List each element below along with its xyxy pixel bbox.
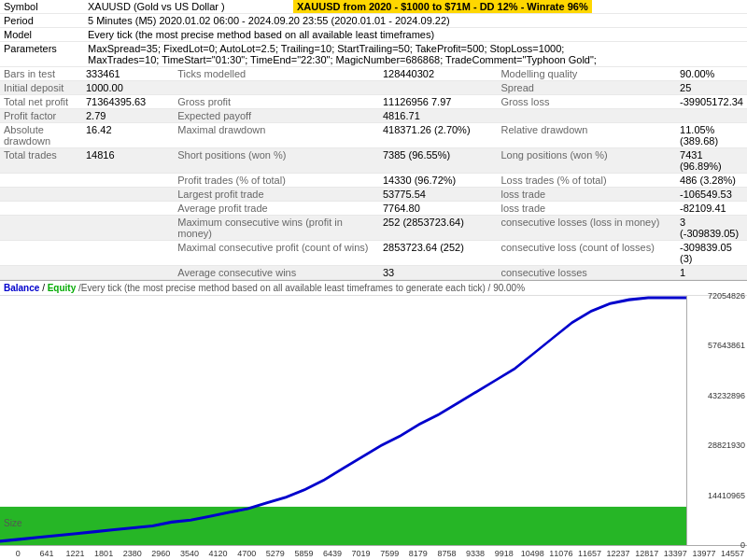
x-axis-label: 8179 xyxy=(404,549,433,558)
stat-value-2: 252 (2853723.64) xyxy=(379,216,497,241)
params-value2: MaxTrades=10; TimeStart="01:30"; TimeEnd… xyxy=(88,54,743,65)
stat-label-3: loss trade xyxy=(497,188,676,202)
stat-label-2: Maximal drawdown xyxy=(174,123,379,148)
x-axis-label: 9338 xyxy=(461,549,490,558)
stat-value-3: 90.00% xyxy=(676,67,747,81)
x-axis-label: 6439 xyxy=(318,549,347,558)
stat-value-2: 418371.26 (2.70%) xyxy=(379,123,497,148)
legend-equity: Equity xyxy=(48,283,77,293)
stats-row: Maximal consecutive profit (count of win… xyxy=(0,241,747,266)
stats-row: Largest profit trade53775.54loss trade-1… xyxy=(0,188,747,202)
x-axis-label: 5279 xyxy=(261,549,289,558)
stat-label-1 xyxy=(0,216,82,241)
x-axis-label: 2380 xyxy=(118,549,147,558)
stat-label-2: Ticks modelled xyxy=(174,67,379,81)
stat-value-2: 53775.54 xyxy=(379,188,497,202)
stat-value-3: -39905172.34 xyxy=(676,95,747,109)
stat-label-3: consecutive losses (loss in money) xyxy=(497,216,676,241)
stat-label-1: Bars in test xyxy=(0,67,82,81)
stats-row: Average profit trade7764.80loss trade-82… xyxy=(0,202,747,216)
stat-value-1: 16.42 xyxy=(82,123,174,148)
chart-main: Size xyxy=(0,296,686,545)
model-value: Every tick (the most precise method base… xyxy=(84,28,747,42)
stat-label-1: Profit factor xyxy=(0,109,82,123)
stat-value-1: 71364395.63 xyxy=(82,95,174,109)
stat-value-1: 1000.00 xyxy=(82,81,174,95)
stat-value-3: 25 xyxy=(676,81,747,95)
legend-balance: Balance xyxy=(4,283,39,293)
stat-label-1 xyxy=(0,188,82,202)
x-axis-label: 3540 xyxy=(176,549,204,558)
chart-body: Size 72054826576438614323289628821930144… xyxy=(0,296,747,545)
stats-row: Maximum consecutive wins (profit in mone… xyxy=(0,216,747,241)
stat-label-2: Maximal consecutive profit (count of win… xyxy=(174,241,379,266)
stat-value-1 xyxy=(82,188,174,202)
stat-value-3: -106549.53 xyxy=(676,188,747,202)
stat-label-2: Average consecutive wins xyxy=(174,266,379,280)
stat-label-1: Absolute drawdown xyxy=(0,123,82,148)
y-axis-label: 43232896 xyxy=(708,391,745,400)
stat-label-1: Total trades xyxy=(0,148,82,174)
stat-value-1: 333461 xyxy=(82,67,174,81)
balance-chart xyxy=(0,296,686,545)
stats-row: Profit trades (% of total)14330 (96.72%)… xyxy=(0,174,747,188)
stat-value-1 xyxy=(82,216,174,241)
legend-desc: /Every tick (the most precise method bas… xyxy=(78,283,525,293)
stat-label-2: Profit trades (% of total) xyxy=(174,174,379,188)
stats-row: Average consecutive wins33consecutive lo… xyxy=(0,266,747,280)
stat-label-3: consecutive losses xyxy=(497,266,676,280)
chart-container: Balance / Equity /Every tick (the most p… xyxy=(0,280,747,560)
stat-value-2: 4816.71 xyxy=(379,109,497,123)
banner: XAUUSD from 2020 - $1000 to $71M - DD 12… xyxy=(293,0,592,13)
stat-value-2: 14330 (96.72%) xyxy=(379,174,497,188)
stat-value-3: 486 (3.28%) xyxy=(676,174,747,188)
symbol-label: Symbol xyxy=(0,0,84,14)
stats-table: Bars in test333461Ticks modelled12844030… xyxy=(0,67,747,280)
stat-value-3: 7431 (96.89%) xyxy=(676,148,747,174)
header-table: Symbol XAUUSD (Gold vs US Dollar ) XAUUS… xyxy=(0,0,747,67)
stat-value-1 xyxy=(82,241,174,266)
size-label: Size xyxy=(4,518,21,528)
x-axis-label: 12237 xyxy=(604,549,633,558)
x-axis-label: 13977 xyxy=(690,549,719,558)
params-value1: MaxSpread=35; FixedLot=0; AutoLot=2.5; T… xyxy=(88,43,743,54)
stat-value-2: 128440302 xyxy=(379,67,497,81)
x-axis-label: 12817 xyxy=(632,549,661,558)
model-label: Model xyxy=(0,28,84,42)
stats-row: Total net profit71364395.63Gross profit1… xyxy=(0,95,747,109)
stat-value-2: 33 xyxy=(379,266,497,280)
y-axis-label: 57643861 xyxy=(708,341,745,350)
stat-label-1 xyxy=(0,174,82,188)
x-axis-label: 9918 xyxy=(489,549,518,558)
x-axis-label: 11076 xyxy=(547,549,576,558)
stat-label-1 xyxy=(0,241,82,266)
stat-label-2: Largest profit trade xyxy=(174,188,379,202)
period-value: 5 Minutes (M5) 2020.01.02 06:00 - 2024.0… xyxy=(84,14,747,28)
stat-value-1: 2.79 xyxy=(82,109,174,123)
x-axis-label: 2960 xyxy=(147,549,176,558)
stat-value-3: -82109.41 xyxy=(676,202,747,216)
stat-label-2: Average profit trade xyxy=(174,202,379,216)
stats-row: Total trades14816Short positions (won %)… xyxy=(0,148,747,174)
stat-label-2: Expected payoff xyxy=(174,109,379,123)
stat-value-3: -309839.05 (3) xyxy=(676,241,747,266)
stat-value-3 xyxy=(676,109,747,123)
stat-label-1 xyxy=(0,266,82,280)
y-axis-label: 14410965 xyxy=(708,491,745,500)
stat-value-3: 1 xyxy=(676,266,747,280)
x-axis-label: 4120 xyxy=(204,549,233,558)
stat-value-3: 3 (-309839.05) xyxy=(676,216,747,241)
x-axis-label: 1801 xyxy=(90,549,119,558)
stat-label-1: Total net profit xyxy=(0,95,82,109)
y-axis-label: 28821930 xyxy=(708,441,745,450)
stats-row: Bars in test333461Ticks modelled12844030… xyxy=(0,67,747,81)
stat-label-3: Spread xyxy=(497,81,676,95)
stat-label-3: consecutive loss (count of losses) xyxy=(497,241,676,266)
stat-value-2 xyxy=(379,81,497,95)
stat-value-1 xyxy=(82,266,174,280)
stat-value-1: 14816 xyxy=(82,148,174,174)
x-axis-label: 4700 xyxy=(233,549,261,558)
stat-label-1 xyxy=(0,202,82,216)
symbol-value: XAUUSD (Gold vs US Dollar ) xyxy=(84,0,289,14)
stat-label-3: Gross loss xyxy=(497,95,676,109)
